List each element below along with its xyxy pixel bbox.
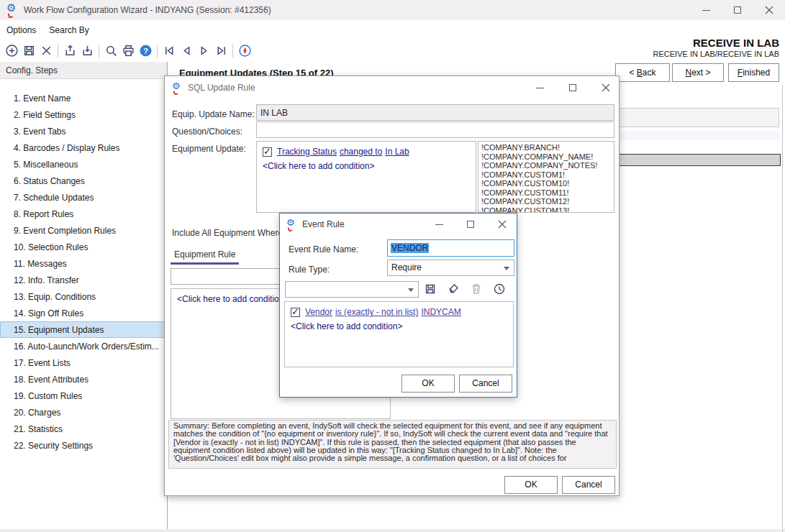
event-rule-condition-box[interactable]: ✓ Vendor is (exactly - not in list) INDY… — [284, 301, 514, 367]
token-item[interactable]: !COMPANY.COMPANY_NAME! — [481, 152, 611, 162]
rule-type-select[interactable]: Require — [387, 260, 514, 276]
export-button[interactable] — [61, 42, 78, 60]
sidebar-item-field-settings[interactable]: 2. Field Settings — [0, 106, 168, 123]
navigator-button[interactable] — [236, 42, 253, 60]
rule-type-label: Rule Type: — [289, 265, 330, 275]
save-icon — [22, 44, 36, 58]
next-record-button[interactable] — [195, 42, 212, 60]
app-logo-icon: ⚙ — [6, 4, 18, 16]
equip-update-name-input[interactable] — [256, 104, 614, 121]
token-item[interactable]: !COMPANY.CUSTOM11! — [481, 188, 611, 198]
print-button[interactable] — [119, 42, 137, 60]
token-item[interactable]: !COMPANY.CUSTOM10! — [481, 179, 611, 188]
close-icon — [765, 6, 773, 14]
sidebar-item-info-transfer[interactable]: 12. Info. Transfer — [0, 272, 168, 288]
dialog-minimize-button[interactable] — [433, 219, 445, 230]
equipment-update-condition-box[interactable]: ✓ Tracking Status changed to In Lab <Cli… — [256, 141, 476, 213]
import-button[interactable] — [78, 42, 96, 60]
cancel-button[interactable]: Cancel — [562, 476, 615, 494]
condition-value-link[interactable]: In Lab — [385, 147, 409, 157]
sidebar-item-report-rules[interactable]: 8. Report Rules — [0, 206, 168, 222]
sidebar-item-status-changes[interactable]: 6. Status Changes — [0, 173, 168, 189]
token-item[interactable]: !COMPANY.CUSTOM13! — [481, 206, 611, 214]
add-button[interactable] — [3, 42, 20, 60]
sidebar-header: Config. Steps — [0, 62, 167, 79]
add-condition-link[interactable]: <Click here to add condition> — [291, 321, 507, 331]
condition-field-link[interactable]: Vendor — [305, 307, 332, 317]
event-rule-name-input[interactable]: VENDOR — [387, 239, 514, 257]
save-button[interactable] — [20, 42, 37, 60]
minimize-button[interactable] — [690, 0, 722, 20]
token-item[interactable]: !COMPANY.COMPANY_NOTES! — [481, 161, 611, 170]
sidebar-item-sign-off-rules[interactable]: 14. Sign Off Rules — [0, 305, 168, 321]
sidebar-item-security-settings[interactable]: 22. Security Settings — [0, 437, 168, 454]
sidebar-item-event-tabs[interactable]: 3. Event Tabs — [0, 123, 168, 139]
sidebar-item-auto-launch[interactable]: 16. Auto-Launch/Work Orders/Estim... — [0, 338, 168, 354]
sidebar-item-selection-rules[interactable]: 10. Selection Rules — [0, 239, 168, 255]
field-token-list[interactable]: !COMPANY.BRANCH! !COMPANY.COMPANY_NAME! … — [478, 141, 614, 213]
dialog-close-button[interactable] — [600, 82, 612, 93]
sidebar-item-messages[interactable]: 11. Messages — [0, 255, 168, 272]
eraser-icon — [447, 283, 460, 295]
ok-button[interactable]: OK — [401, 375, 455, 393]
condition-operator-link[interactable]: changed to — [340, 147, 382, 157]
sidebar-item-miscellaneous[interactable]: 5. Miscellaneous — [0, 156, 168, 173]
help-button[interactable]: ? — [137, 42, 154, 60]
dialog-maximize-button[interactable] — [567, 82, 578, 93]
sidebar-item-equipment-updates[interactable]: 15. Equipment Updates — [0, 321, 168, 338]
token-item[interactable]: !COMPANY.CUSTOM1! — [481, 170, 611, 180]
last-record-button[interactable] — [212, 42, 230, 60]
token-item[interactable]: !COMPANY.CUSTOM12! — [481, 197, 611, 206]
back-button[interactable]: < Back — [615, 63, 670, 82]
previous-record-button[interactable] — [178, 42, 195, 60]
equipment-update-label: Equipment Update: — [172, 144, 246, 154]
dialog-maximize-button[interactable] — [465, 219, 476, 230]
close-button[interactable] — [753, 0, 785, 20]
delete-rule-button[interactable] — [470, 283, 483, 298]
finished-button[interactable]: Finished — [728, 63, 779, 82]
add-condition-link[interactable]: <Click here to add condition> — [263, 161, 470, 171]
compass-icon — [238, 44, 252, 58]
sidebar-item-event-lists[interactable]: 17. Event Lists — [0, 354, 168, 371]
condition-checkbox[interactable]: ✓ — [291, 308, 300, 317]
sidebar-item-event-completion-rules[interactable]: 9. Event Completion Rules — [0, 222, 168, 239]
cancel-button[interactable]: Cancel — [459, 375, 512, 393]
tab-equipment-rule[interactable]: Equipment Rule — [174, 249, 235, 260]
sql-dialog-title: SQL Update Rule — [188, 83, 255, 93]
first-record-button[interactable] — [160, 42, 178, 60]
condition-field-link[interactable]: Tracking Status — [277, 147, 337, 157]
history-button[interactable] — [493, 283, 506, 298]
next-button[interactable]: Next > — [672, 63, 724, 82]
update-condition-row: ✓ Tracking Status changed to In Lab — [263, 147, 470, 157]
sidebar-item-barcodes-display-rules[interactable]: 4. Barcodes / Display Rules — [0, 139, 168, 156]
sidebar-item-event-attributes[interactable]: 18. Event Attributes — [0, 371, 168, 387]
save-rule-button[interactable] — [424, 283, 437, 298]
question-choices-input[interactable] — [256, 121, 614, 138]
chevron-down-icon — [504, 267, 509, 270]
condition-value-link[interactable]: INDYCAM — [421, 307, 460, 317]
chevron-down-icon — [408, 288, 414, 292]
sidebar-item-charges[interactable]: 20. Charges — [0, 404, 168, 421]
sidebar-item-schedule-updates[interactable]: 7. Schedule Updates — [0, 189, 168, 206]
condition-checkbox[interactable]: ✓ — [263, 147, 272, 157]
delete-button[interactable] — [37, 42, 55, 60]
menu-options[interactable]: Options — [0, 22, 42, 38]
maximize-icon — [467, 221, 474, 228]
sidebar-item-event-name[interactable]: 1. Event Name — [0, 90, 168, 106]
sidebar-item-equip-conditions[interactable]: 13. Equip. Conditions — [0, 288, 168, 305]
clear-rule-button[interactable] — [447, 283, 460, 298]
rule-type-value: Require — [391, 260, 422, 275]
ok-button[interactable]: OK — [504, 476, 558, 494]
menu-search-by[interactable]: Search By — [42, 22, 95, 38]
dialog-close-button[interactable] — [496, 219, 508, 230]
sidebar-item-custom-rules[interactable]: 19. Custom Rules — [0, 387, 168, 404]
token-item[interactable]: !COMPANY.BRANCH! — [481, 143, 611, 152]
condition-operator-link[interactable]: is (exactly - not in list) — [335, 307, 418, 317]
maximize-icon — [734, 6, 741, 14]
saved-rule-combo[interactable] — [285, 281, 419, 298]
dialog-minimize-button[interactable] — [534, 82, 545, 93]
window-titlebar: ⚙ Work Flow Configuration Wizard - INDYA… — [0, 0, 785, 20]
search-button[interactable] — [102, 42, 119, 60]
sidebar-item-statistics[interactable]: 21. Statistics — [0, 421, 168, 437]
maximize-button[interactable] — [722, 0, 753, 20]
